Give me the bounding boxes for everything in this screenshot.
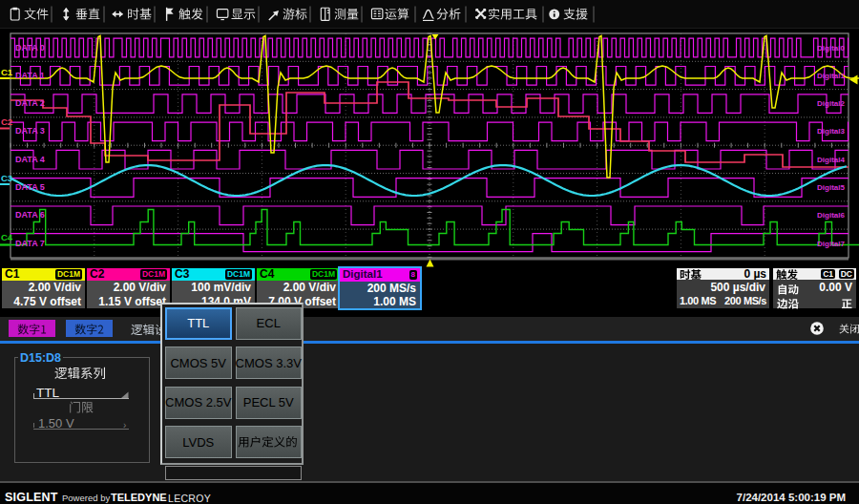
svg-text:C3: C3 bbox=[1, 173, 12, 183]
svg-text:Digital3: Digital3 bbox=[817, 127, 845, 136]
svg-text:Digital6: Digital6 bbox=[817, 211, 845, 220]
svg-text:Digital4: Digital4 bbox=[817, 156, 845, 164]
svg-text:DATA 5: DATA 5 bbox=[15, 182, 45, 192]
svg-text:DATA 4: DATA 4 bbox=[15, 155, 45, 164]
svg-text:Digital2: Digital2 bbox=[817, 99, 845, 108]
svg-text:C2: C2 bbox=[1, 116, 12, 127]
svg-text:DATA 7: DATA 7 bbox=[15, 239, 45, 248]
svg-text:Digital0: Digital0 bbox=[817, 44, 845, 52]
svg-text:Digital1: Digital1 bbox=[817, 72, 845, 80]
svg-text:DATA 1: DATA 1 bbox=[15, 71, 45, 80]
svg-text:DATA 0: DATA 0 bbox=[15, 43, 45, 52]
svg-text:DATA 2: DATA 2 bbox=[15, 98, 45, 108]
svg-text:Digital5: Digital5 bbox=[817, 183, 845, 192]
svg-text:C1: C1 bbox=[1, 67, 13, 77]
svg-text:Digital7: Digital7 bbox=[817, 240, 845, 248]
svg-text:DATA 6: DATA 6 bbox=[15, 210, 45, 220]
svg-text:DATA 3: DATA 3 bbox=[15, 126, 45, 136]
svg-text:C4: C4 bbox=[1, 232, 13, 242]
